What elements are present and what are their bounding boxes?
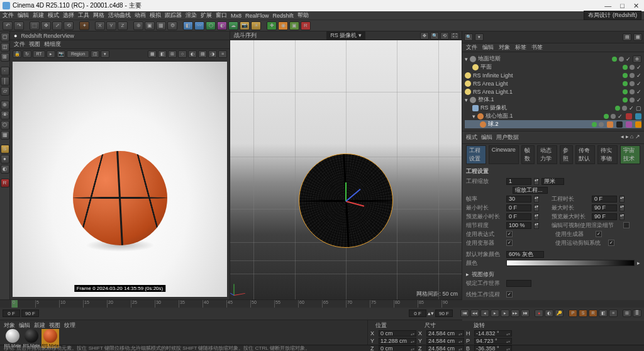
tree-row[interactable]: RS 摄像机✓▢ [465, 104, 641, 112]
vp-nav-zoom-icon[interactable]: 🔍 [430, 32, 439, 40]
prev-frame-button[interactable]: ◂ [480, 309, 489, 317]
next-frame-button[interactable]: ▸ [501, 309, 509, 317]
use-gen-checkbox[interactable]: ✓ [596, 231, 602, 237]
rs-tool2[interactable]: ◐ [1, 165, 9, 174]
menu-help[interactable]: 帮助 [297, 11, 309, 20]
tree-row[interactable]: RS Infinite Light✓ [465, 71, 641, 79]
size-x-field[interactable]: 24.584 cm▴▾ [426, 330, 464, 337]
goto-start-button[interactable]: ⏮ [460, 309, 469, 317]
workplane[interactable]: ▦ [1, 131, 9, 140]
close-button[interactable]: ✕ [633, 2, 639, 10]
rv-menu-view[interactable]: 视图 [29, 40, 40, 48]
obj-menu-bookmarks[interactable]: 书签 [531, 43, 543, 52]
rot-p-field[interactable]: 94.723 °▴▾ [474, 338, 512, 344]
mat-tab-edit[interactable]: 编辑 [19, 321, 30, 328]
enable-axis[interactable]: ⊕ [1, 101, 9, 109]
preview-min-field[interactable]: 0 F [506, 213, 531, 220]
rv-snapshot-icon[interactable]: 📷 [57, 50, 65, 58]
texture-mode[interactable]: ◫ [1, 43, 9, 52]
attr-mt-dyn[interactable]: 动态力学 [537, 145, 557, 164]
rot-h-field[interactable]: -14.832 °▴▾ [474, 330, 512, 337]
rv-bucket-icon[interactable]: ◫ [91, 50, 99, 58]
max-time-field[interactable]: 90 F [592, 204, 617, 211]
attr-mt-def[interactable]: 传奇默认 [575, 145, 596, 164]
rv-update-icon[interactable]: ↻ [23, 50, 31, 58]
polys-mode[interactable]: ▱ [1, 87, 9, 96]
tree-row[interactable]: ▾整体.1✓ [465, 96, 641, 104]
menu-edit[interactable]: 编辑 [18, 11, 29, 20]
rv-ex1[interactable]: ▦ [148, 50, 157, 58]
tree-row[interactable]: RS Area Light✓ [465, 79, 641, 87]
record-button[interactable]: ● [535, 309, 543, 317]
preview-max-field[interactable]: 90 F [592, 213, 617, 220]
size-z-field[interactable]: 24.584 cm▴▾ [426, 345, 464, 351]
play-button[interactable]: ▸ [491, 309, 499, 317]
scale-tool[interactable]: ⤢ [52, 21, 62, 30]
camera[interactable]: 📷 [240, 21, 250, 30]
end-frame-field[interactable]: 90 F [21, 309, 39, 317]
environment[interactable]: ☁ [228, 21, 238, 30]
snap[interactable]: ⬡ [1, 121, 9, 130]
plugin-3[interactable]: ▣ [289, 21, 299, 30]
rs-rv[interactable]: R [1, 179, 9, 187]
color-gradient[interactable] [506, 260, 635, 266]
recent-tool[interactable]: ✦ [79, 21, 89, 30]
fps-field[interactable]: 30 [506, 196, 531, 203]
rs-tool1[interactable]: ● [1, 155, 9, 164]
viewport-camera-dropdown[interactable]: RS 摄像机 ▾ [326, 31, 365, 40]
obj-menu-file[interactable]: 文件 [466, 43, 477, 52]
keyframe-s[interactable]: S [579, 309, 587, 317]
menu-render[interactable]: 渲染 [186, 11, 197, 20]
linear-wf-checkbox[interactable]: ✓ [506, 291, 513, 298]
default-color-dropdown[interactable]: 60% 灰色 [506, 251, 544, 258]
rv-ex3[interactable]: ⊞ [168, 50, 177, 58]
menu-mesh[interactable]: 网格 [93, 11, 104, 20]
next-key-button[interactable]: ▸▸ [511, 309, 519, 317]
timeline-ruler[interactable]: 051015202530354045505560657075808590 [0, 300, 644, 308]
attr-tab-mode[interactable]: 模式 [466, 133, 477, 142]
vp-nav-orbit-icon[interactable]: ⟲ [440, 32, 449, 40]
rv-ex8[interactable]: ≡ [218, 50, 227, 58]
lock-xyz-dropdown[interactable] [506, 280, 531, 287]
redshift-icon[interactable]: R [301, 21, 311, 30]
axis-z-toggle[interactable]: Z [118, 21, 128, 30]
obj-filter-icon[interactable]: ▾ [475, 33, 484, 41]
attr-mt-ref[interactable]: 参照 [560, 145, 573, 164]
deformer[interactable]: ◐ [217, 21, 227, 30]
mat-tab-tex[interactable]: 纹理 [64, 321, 75, 328]
viewport-canvas[interactable]: 网格间距: 50 cm [230, 40, 462, 299]
tree-row-selected[interactable]: 球.2 [465, 120, 641, 128]
workplane-mode[interactable]: ⊞ [1, 53, 9, 62]
vp-nav-pan-icon[interactable]: ✥ [420, 32, 429, 40]
use-expr-checkbox[interactable]: ✓ [506, 231, 513, 237]
attr-tab-edit[interactable]: 编辑 [481, 133, 492, 142]
lod-field[interactable]: 100 % [506, 222, 531, 229]
rv-play-icon[interactable]: ▸ [47, 50, 55, 58]
rv-ex6[interactable]: ▤ [198, 50, 207, 58]
rotate-tool[interactable]: ⟲ [64, 21, 74, 30]
obj-menu-tags[interactable]: 标签 [515, 43, 526, 52]
total-frames-field[interactable]: 90 F [435, 309, 453, 317]
rv-ex4[interactable]: ○ [178, 50, 187, 58]
current-frame-field[interactable]: 0 F [409, 309, 426, 317]
tree-row[interactable]: ▾地面培斯✓⊕ [465, 55, 641, 63]
rv-ex5[interactable]: ◐ [188, 50, 197, 58]
spline-primitive[interactable]: 〰 [194, 21, 204, 30]
tl-extra1[interactable]: ⊞ [623, 309, 631, 317]
menu-window[interactable]: 窗口 [216, 11, 227, 20]
menu-select[interactable]: 选择 [63, 11, 74, 20]
keyframe-param[interactable]: ◧ [599, 309, 608, 317]
attr-mt-universe[interactable]: 宇宙技术 [620, 145, 640, 164]
obj-view1-icon[interactable]: ▤ [623, 33, 631, 41]
undo-button[interactable]: ↶ [3, 21, 13, 30]
min-time-field[interactable]: 0 F [506, 204, 531, 211]
rv-ex7[interactable]: ◑ [208, 50, 217, 58]
attr-tab-userdata[interactable]: 用户数据 [496, 133, 519, 142]
menu-file[interactable]: 文件 [3, 11, 14, 20]
menu-redshift[interactable]: Redshift [273, 13, 294, 19]
rv-menu-detail[interactable]: 精细度 [44, 40, 61, 48]
model-mode[interactable]: ▢ [1, 33, 9, 42]
tree-row[interactable]: 平面✓ [465, 63, 641, 71]
key-options[interactable]: 🔑 [555, 309, 564, 317]
render-lod-checkbox[interactable] [623, 222, 630, 228]
